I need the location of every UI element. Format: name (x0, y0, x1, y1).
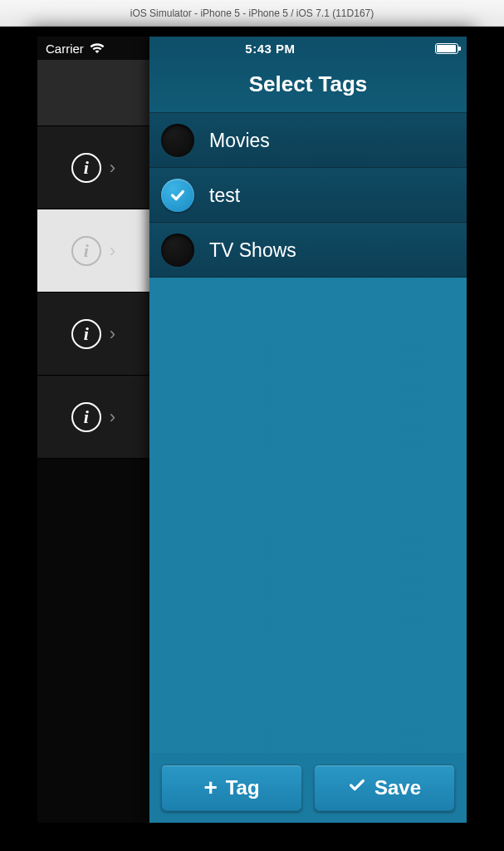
sidebar-item[interactable]: i› (37, 209, 149, 293)
status-left: Carrier (46, 42, 105, 56)
sidebar-background (37, 459, 149, 823)
tag-row[interactable]: TV Shows (149, 223, 467, 278)
simulator-titlebar: iOS Simulator - iPhone 5 - iPhone 5 / iO… (0, 0, 504, 27)
select-tags-panel: Select Tags MoviestestTV Shows + Tag Sav… (149, 37, 467, 823)
add-tag-label: Tag (226, 776, 260, 799)
chevron-right-icon: › (110, 240, 115, 262)
checkbox-unchecked-icon[interactable] (161, 124, 194, 157)
tag-label: test (209, 184, 240, 207)
panel-footer: + Tag Save (149, 753, 467, 823)
checkbox-unchecked-icon[interactable] (161, 234, 194, 267)
checkbox-checked-icon[interactable] (161, 179, 194, 212)
add-tag-button[interactable]: + Tag (161, 765, 302, 811)
sidebar-item[interactable]: i› (37, 293, 149, 376)
screen: Carrier 5:43 PM i›i›i›i› (37, 37, 467, 823)
save-label: Save (374, 776, 421, 799)
sidebar: i›i›i›i› (37, 60, 149, 823)
carrier-label: Carrier (46, 42, 84, 56)
status-bar: Carrier 5:43 PM (37, 37, 467, 60)
chevron-right-icon: › (110, 157, 115, 179)
simulator-title: iOS Simulator - iPhone 5 - iPhone 5 / iO… (130, 7, 374, 19)
panel-body (149, 278, 467, 753)
battery-icon (435, 43, 458, 54)
info-icon: i (71, 319, 101, 349)
panel-title: Select Tags (249, 71, 368, 96)
tag-label: Movies (209, 130, 270, 152)
chevron-right-icon: › (110, 323, 115, 345)
tag-label: TV Shows (209, 239, 296, 262)
status-time: 5:43 PM (245, 42, 295, 56)
info-icon: i (71, 153, 101, 183)
check-icon (348, 776, 366, 799)
wifi-icon (89, 42, 105, 54)
sidebar-header-spacer (37, 60, 149, 126)
info-icon: i (71, 236, 101, 266)
chevron-right-icon: › (110, 406, 115, 428)
device-frame: Carrier 5:43 PM i›i›i›i› (29, 27, 475, 833)
sidebar-item[interactable]: i› (37, 376, 149, 459)
tag-row[interactable]: Movies (149, 113, 467, 168)
save-button[interactable]: Save (314, 765, 455, 811)
info-icon: i (71, 402, 101, 432)
plus-icon: + (203, 776, 217, 799)
tag-list: MoviestestTV Shows (149, 113, 467, 278)
tag-row[interactable]: test (149, 168, 467, 223)
sidebar-item[interactable]: i› (37, 126, 149, 209)
